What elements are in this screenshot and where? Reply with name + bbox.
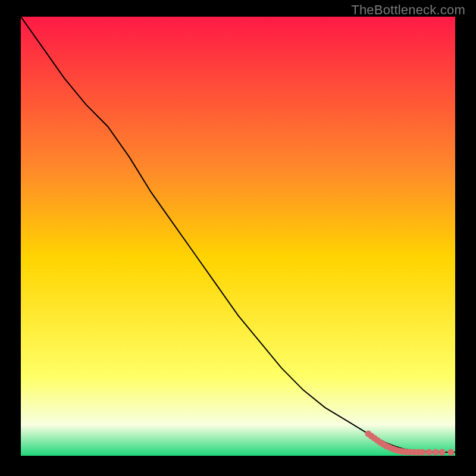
watermark-text: TheBottleneck.com <box>351 2 465 18</box>
data-point <box>447 449 454 456</box>
data-point <box>433 449 439 456</box>
data-point <box>426 449 433 456</box>
gradient-background <box>21 17 455 456</box>
data-point <box>439 449 446 456</box>
plot-area <box>21 17 455 456</box>
chart-frame: TheBottleneck.com <box>0 0 476 476</box>
bottleneck-chart <box>21 17 455 456</box>
data-point <box>419 449 426 456</box>
